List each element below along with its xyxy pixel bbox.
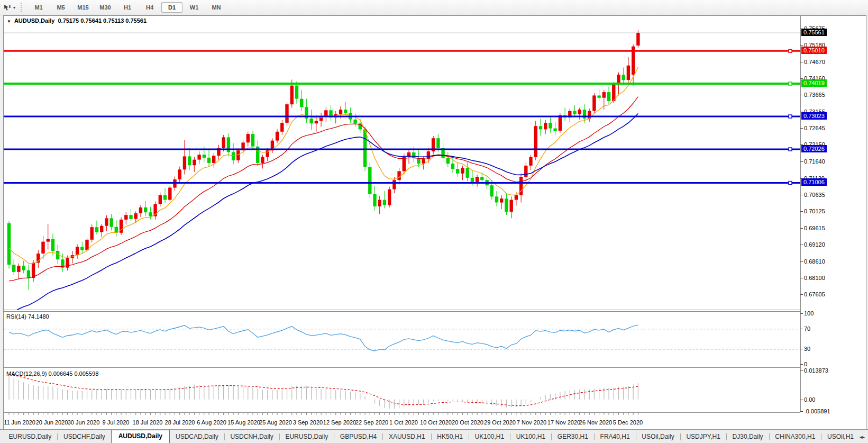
tab-usdjpy-h1[interactable]: USDJPY,H1 <box>680 431 726 442</box>
price-axis-border <box>800 15 801 412</box>
macd-axis-label: 0.013873 <box>804 367 828 374</box>
rsi-axis-label: 70 <box>804 326 810 332</box>
tab-fra40-h1[interactable]: FRA40,H1 <box>595 431 636 442</box>
chart-cursor-tool[interactable]: ▾ <box>1 2 17 13</box>
date-axis-label: 7 Nov 2020 <box>513 419 550 426</box>
toolbar: ▾ M1M5M15M30H1H4D1W1MN <box>0 0 868 15</box>
tab-hk50-h1[interactable]: HK50,H1 <box>431 431 469 442</box>
date-axis-label: 25 Aug 2020 <box>257 419 294 426</box>
timeframe-button-m1[interactable]: M1 <box>28 2 49 13</box>
timeframe-button-m15[interactable]: M15 <box>72 2 94 13</box>
rsi-axis-label: 0 <box>804 361 807 367</box>
timeframe-button-group: M1M5M15M30H1H4D1W1MN <box>28 2 227 13</box>
date-axis-label: 30 Jun 2020 <box>65 419 102 426</box>
toolbar-grip <box>21 3 23 12</box>
rsi-indicator-pane[interactable] <box>4 312 800 367</box>
date-axis-label: 11 Jun 2020 <box>1 419 38 426</box>
macd-label: MACD(12,26,9) 0.006645 0.005598 <box>6 370 98 377</box>
price-axis-label: 0.68100 <box>804 275 825 281</box>
rsi-axis-label: 100 <box>804 310 814 317</box>
timeframe-button-m30[interactable]: M30 <box>95 2 116 13</box>
tab-uk100-h1[interactable]: UK100,H1 <box>510 431 551 442</box>
price-axis-label: 0.68610 <box>804 258 825 265</box>
tab-gbpusd-h4[interactable]: GBPUSD,H4 <box>334 431 382 442</box>
timeframe-button-h4[interactable]: H4 <box>139 2 160 13</box>
price-axis-label: 0.74670 <box>804 59 825 65</box>
price-axis-label: 0.70125 <box>804 208 825 214</box>
chart-title: ▼AUDUSD,Daily 0.75175 0.75641 0.75113 0.… <box>7 17 147 24</box>
rsi-label: RSI(14) 74.1480 <box>6 313 49 320</box>
macd-indicator-pane[interactable] <box>4 369 800 412</box>
date-axis-label: 20 Oct 2020 <box>449 419 486 426</box>
price-level-badge: 0.74019 <box>801 79 827 87</box>
price-axis-label: 0.73665 <box>804 92 825 98</box>
price-axis-label: 0.69615 <box>804 225 825 231</box>
macd-axis-label: -0.005891 <box>804 408 830 414</box>
timeframe-button-w1[interactable]: W1 <box>184 2 205 13</box>
chart-cursor-icon <box>3 4 12 12</box>
date-axis-label: 5 Dec 2020 <box>609 419 646 426</box>
tab-eurusd-daily[interactable]: EURUSD,Daily <box>3 431 58 442</box>
chart-symbol-label: AUDUSD,Daily <box>14 17 54 24</box>
tab-xauusd-h1[interactable]: XAUUSD,H1 <box>383 431 431 442</box>
rsi-axis-label: 30 <box>804 346 810 352</box>
chevron-down-icon[interactable]: ▾ <box>13 5 15 10</box>
symbol-dropdown-icon[interactable]: ▼ <box>7 19 11 24</box>
date-axis-label: 18 Jul 2020 <box>129 419 166 426</box>
tab-audusd-daily[interactable]: AUDUSD,Daily <box>111 430 170 443</box>
price-axis-label: 0.69120 <box>804 241 825 248</box>
tab-scroll-right-icon[interactable]: ▸ <box>862 434 865 440</box>
tab-usdchf-daily[interactable]: USDCHF,Daily <box>58 431 111 442</box>
date-axis-ticks <box>4 413 800 416</box>
date-axis-label: 6 Aug 2020 <box>193 419 230 426</box>
price-level-badge: 0.72026 <box>801 145 827 152</box>
price-axis-label: 0.67605 <box>804 291 825 297</box>
price-axis-label: 0.70635 <box>804 192 825 198</box>
macd-axis-label: 0.00 <box>804 396 815 403</box>
timeframe-button-m5[interactable]: M5 <box>50 2 71 13</box>
tab-usdcad-daily[interactable]: USDCAD,Daily <box>170 431 224 442</box>
symbol-tab-bar: EURUSD,DailyUSDCHF,DailyAUDUSD,DailyUSDC… <box>0 429 868 443</box>
tab-uk100-h1[interactable]: UK100,H1 <box>469 431 510 442</box>
timeframe-button-mn[interactable]: MN <box>206 2 227 13</box>
price-level-badge: 0.73023 <box>801 112 827 120</box>
tab-usoil-daily[interactable]: USOil,Daily <box>636 431 680 442</box>
date-axis-label: 1 Oct 2020 <box>385 419 422 426</box>
chart-ohlc-values: 0.75175 0.75641 0.75113 0.75561 <box>58 17 147 24</box>
tab-dj30-daily[interactable]: DJ30,Daily <box>727 431 769 442</box>
main-price-chart[interactable] <box>4 16 800 310</box>
tab-usoil-h1[interactable]: USOil,H1 <box>821 431 860 442</box>
timeframe-button-h1[interactable]: H1 <box>117 2 138 13</box>
date-axis-label: 26 Nov 2020 <box>577 419 614 426</box>
price-axis-label: 0.71640 <box>804 158 825 165</box>
tab-eurusd-daily[interactable]: EURUSD,Daily <box>279 431 334 442</box>
price-level-badge: 0.75010 <box>801 47 827 54</box>
tab-china300-h1[interactable]: CHINA300,H1 <box>769 431 821 442</box>
timeframe-button-d1[interactable]: D1 <box>161 2 182 13</box>
price-level-badge: 0.71006 <box>801 178 827 186</box>
date-axis-label: 12 Sep 2020 <box>321 419 358 426</box>
current-price-badge: 0.75561 <box>801 29 827 36</box>
tab-ger30-h1[interactable]: GER30,H1 <box>552 431 594 442</box>
price-axis-label: 0.72645 <box>804 125 825 131</box>
tab-usdcnh-daily[interactable]: USDCNH,Daily <box>224 431 279 442</box>
